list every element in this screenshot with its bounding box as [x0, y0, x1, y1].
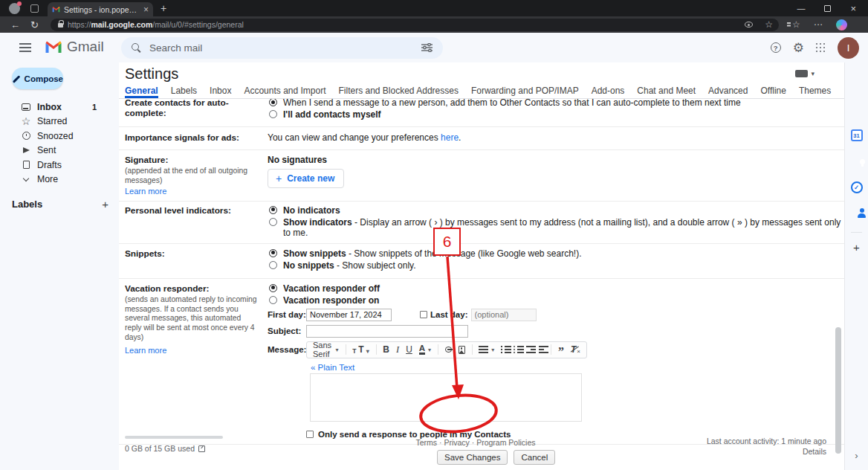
tab-labels[interactable]: Labels — [171, 86, 197, 98]
signature-learn-more-link[interactable]: Learn more — [125, 187, 166, 196]
row-autocomplete: Create contacts for auto-complete: When … — [119, 99, 844, 127]
search-input[interactable]: Search mail — [121, 37, 443, 59]
apps-grid-icon[interactable] — [816, 43, 826, 53]
tab-themes[interactable]: Themes — [799, 86, 831, 98]
tab-chat-meet[interactable]: Chat and Meet — [637, 86, 696, 98]
last-day-input[interactable] — [471, 309, 537, 321]
close-icon[interactable]: × — [850, 3, 856, 14]
draft-icon — [23, 161, 30, 169]
radio-show-snippets[interactable] — [269, 249, 277, 257]
tab-general[interactable]: General — [125, 86, 158, 98]
search-icon — [132, 43, 142, 54]
indent-more-icon[interactable] — [539, 346, 545, 353]
gmail-header: Gmail Search mail ? ⚙ I — [0, 33, 868, 62]
gear-icon[interactable]: ⚙ — [793, 42, 804, 54]
tasks-icon[interactable]: ✓ — [851, 181, 863, 193]
sidebar-item-inbox[interactable]: Inbox 1 — [0, 100, 119, 115]
radio-no-indicators[interactable] — [269, 206, 277, 214]
input-tools-selector[interactable]: ▾ — [795, 70, 814, 77]
inbox-count: 1 — [92, 103, 97, 112]
tab-inbox[interactable]: Inbox — [210, 86, 231, 98]
create-signature-button[interactable]: + Create new — [268, 169, 344, 188]
text-color-button[interactable]: A▾ — [419, 344, 431, 355]
avatar[interactable]: I — [838, 37, 859, 59]
bookmark-star-icon[interactable]: ☆ — [765, 20, 773, 29]
radio-vacation-off[interactable] — [269, 284, 277, 292]
preferences-link[interactable]: here — [441, 132, 459, 143]
browser-tab-strip: Settings - ion.popescu.abcdigital × + — … — [0, 0, 868, 16]
terms-link[interactable]: Terms — [415, 438, 437, 447]
help-icon[interactable]: ? — [771, 42, 781, 53]
last-day-checkbox[interactable] — [420, 311, 427, 318]
refresh-icon[interactable]: ↻ — [30, 19, 39, 30]
browser-tab[interactable]: Settings - ion.popescu.abcdigital × — [48, 2, 153, 16]
tab-addons[interactable]: Add-ons — [592, 86, 625, 98]
tab-close-icon[interactable]: × — [143, 5, 149, 14]
collapse-panel-icon[interactable]: › — [855, 450, 858, 461]
search-options-icon[interactable] — [421, 42, 433, 55]
sidebar-item-snoozed[interactable]: Snoozed — [0, 129, 119, 144]
plain-text-link[interactable]: « Plain Text — [311, 363, 354, 372]
program-policies-link[interactable]: Program Policies — [476, 438, 535, 447]
radio-no-snippets[interactable] — [269, 261, 277, 269]
last-activity-text: Last account activity: 1 minute ago — [707, 436, 826, 446]
tab-filters[interactable]: Filters and Blocked Addresses — [339, 86, 459, 98]
tab-accounts[interactable]: Accounts and Import — [244, 86, 326, 98]
labels-header: Labels + — [12, 198, 108, 210]
sidebar-item-drafts[interactable]: Drafts — [0, 158, 119, 173]
details-link[interactable]: Details — [707, 446, 826, 457]
radio-vacation-on[interactable] — [269, 296, 277, 304]
browser-toolbar: ← ↻ https://mail.google.com/mail/u/0/#se… — [0, 16, 868, 33]
numbered-list-icon[interactable] — [501, 346, 507, 354]
pencil-icon — [12, 74, 20, 83]
address-bar[interactable]: https://mail.google.com/mail/u/0/#settin… — [51, 19, 779, 31]
font-size-button[interactable]: TT▾ — [352, 344, 369, 355]
align-button[interactable]: ▾ — [479, 346, 494, 353]
bold-button[interactable]: B — [383, 344, 389, 355]
vacation-learn-more-link[interactable]: Learn more — [125, 346, 166, 355]
insert-link-icon[interactable] — [445, 347, 453, 352]
font-family-selector[interactable]: Sans Serif▾ — [313, 341, 339, 358]
new-tab-button[interactable]: + — [161, 2, 166, 14]
minimize-icon[interactable]: — — [797, 4, 805, 13]
chevron-down-icon — [23, 176, 29, 181]
get-addons-icon[interactable]: + — [853, 241, 860, 254]
eye-icon[interactable] — [745, 22, 753, 28]
tab-actions-icon[interactable] — [30, 4, 39, 13]
sidebar-item-starred[interactable]: ☆ Starred — [0, 115, 119, 129]
app-name: Gmail — [67, 39, 104, 55]
favorites-icon[interactable]: ☆ — [789, 20, 800, 29]
radio-autocomplete-off[interactable] — [269, 110, 277, 118]
tab-advanced[interactable]: Advanced — [708, 86, 748, 98]
back-icon[interactable]: ← — [10, 19, 20, 30]
browser-menu-icon[interactable]: ⋯ — [814, 19, 823, 30]
gmail-favicon — [52, 6, 60, 13]
bulleted-list-icon[interactable] — [514, 346, 519, 354]
insert-image-icon[interactable] — [459, 346, 464, 354]
copilot-icon[interactable] — [836, 19, 847, 30]
subject-input[interactable] — [306, 325, 468, 338]
scrollbar[interactable] — [835, 327, 841, 454]
radio-show-indicators[interactable] — [269, 218, 277, 226]
underline-button[interactable]: U — [406, 344, 412, 355]
italic-button[interactable]: I — [396, 344, 399, 355]
main-menu-icon[interactable] — [19, 43, 31, 52]
remove-formatting-icon[interactable]: T× — [571, 344, 580, 355]
row-personal-indicators: Personal level indicators: No indicators… — [119, 202, 844, 244]
first-day-input[interactable] — [306, 309, 392, 321]
quote-icon[interactable]: ” — [558, 348, 564, 355]
tab-offline[interactable]: Offline — [760, 86, 786, 98]
create-label-icon[interactable]: + — [102, 198, 108, 210]
privacy-link[interactable]: Privacy — [444, 438, 469, 447]
sidebar-item-more[interactable]: More — [0, 173, 119, 187]
indent-less-icon[interactable] — [526, 346, 532, 353]
message-body-input[interactable] — [310, 373, 582, 422]
browser-profile-icon[interactable] — [9, 3, 20, 14]
restore-icon[interactable] — [824, 5, 831, 12]
sidebar-item-sent[interactable]: Sent — [0, 144, 119, 158]
compose-button[interactable]: Compose — [12, 68, 63, 89]
tab-forwarding[interactable]: Forwarding and POP/IMAP — [471, 86, 579, 98]
calendar-icon[interactable]: 31 — [851, 129, 863, 141]
sidebar: Compose Inbox 1 ☆ Starred Snoozed Sent D… — [0, 62, 119, 470]
radio-autocomplete-on[interactable] — [269, 99, 277, 106]
